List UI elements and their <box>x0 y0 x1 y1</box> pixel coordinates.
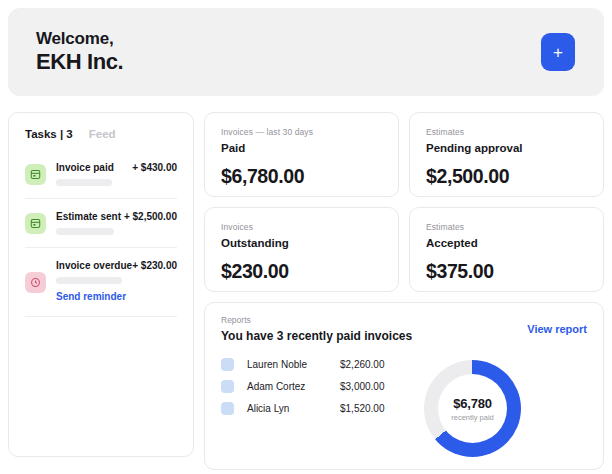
invoice-list-item[interactable]: Lauren Noble $2,260.00 <box>221 358 401 371</box>
task-title: Invoice paid <box>56 162 114 173</box>
task-body: Invoice overdue + $230.00 Send reminder <box>56 260 177 304</box>
reports-titles: Reports You have 3 recently paid invoice… <box>221 315 412 343</box>
metric-amount: $6,780.00 <box>221 165 382 188</box>
task-amount: + $430.00 <box>132 162 177 173</box>
add-new-button[interactable]: + <box>541 33 575 71</box>
task-amount: + $2,500.00 <box>124 211 177 222</box>
plus-icon: + <box>553 44 563 61</box>
invoice-payer-name: Adam Cortez <box>247 381 340 392</box>
metric-amount: $375.00 <box>426 260 587 283</box>
invoice-amount: $3,000.00 <box>340 381 385 392</box>
task-row-invoice-paid[interactable]: Invoice paid + $430.00 <box>25 153 177 195</box>
donut-center-caption: recently paid <box>451 413 494 422</box>
skeleton-bar <box>56 228 114 235</box>
metric-cards-row-2: Invoices Outstanding $230.00 Estimates A… <box>204 207 604 292</box>
avatar <box>221 380 234 393</box>
invoice-amount: $1,520.00 <box>340 403 385 414</box>
donut-chart-wrap: $6,780 recently paid <box>424 360 521 457</box>
tab-tasks[interactable]: Tasks | 3 <box>25 128 73 140</box>
document-icon <box>25 164 46 185</box>
metric-category: Invoices <box>221 222 382 232</box>
metric-card-paid[interactable]: Invoices — last 30 days Paid $6,780.00 <box>204 112 399 197</box>
metric-amount: $2,500.00 <box>426 165 587 188</box>
donut-center: $6,780 recently paid <box>438 374 507 443</box>
reports-heading: You have 3 recently paid invoices <box>221 329 412 343</box>
send-reminder-link[interactable]: Send reminder <box>56 291 126 302</box>
donut-center-value: $6,780 <box>453 396 492 411</box>
task-body: Estimate sent + $2,500.00 <box>56 211 177 235</box>
metric-cards-row-1: Invoices — last 30 days Paid $6,780.00 E… <box>204 112 604 197</box>
invoice-list-item[interactable]: Alicia Lyn $1,520.00 <box>221 402 401 415</box>
greeting-text: Welcome, <box>36 28 123 49</box>
clock-icon <box>25 272 46 293</box>
divider <box>25 316 177 317</box>
main-content: Tasks | 3 Feed Invoice paid + $430.00 <box>8 112 604 470</box>
metric-card-outstanding[interactable]: Invoices Outstanding $230.00 <box>204 207 399 292</box>
document-icon <box>25 213 46 234</box>
reports-card: Reports You have 3 recently paid invoice… <box>204 302 604 470</box>
divider <box>25 198 177 199</box>
reports-header: Reports You have 3 recently paid invoice… <box>221 315 587 343</box>
metric-title: Paid <box>221 142 382 154</box>
tab-feed[interactable]: Feed <box>89 128 116 140</box>
metric-category: Estimates <box>426 127 587 137</box>
task-title: Estimate sent <box>56 211 121 222</box>
metric-title: Accepted <box>426 237 587 249</box>
avatar <box>221 402 234 415</box>
right-column: Invoices — last 30 days Paid $6,780.00 E… <box>204 112 604 470</box>
task-row-estimate-sent[interactable]: Estimate sent + $2,500.00 <box>25 202 177 244</box>
invoice-amount: $2,260.00 <box>340 359 385 370</box>
invoice-payer-name: Lauren Noble <box>247 359 340 370</box>
tasks-panel: Tasks | 3 Feed Invoice paid + $430.00 <box>8 112 194 457</box>
dashboard-page: Welcome, EKH Inc. + Tasks | 3 Feed <box>0 0 612 474</box>
metric-category: Invoices — last 30 days <box>221 127 382 137</box>
task-amount: + $230.00 <box>132 260 177 271</box>
avatar <box>221 358 234 371</box>
recently-paid-donut-chart: $6,780 recently paid <box>424 360 521 457</box>
skeleton-bar <box>56 179 112 186</box>
welcome-banner: Welcome, EKH Inc. + <box>8 8 604 96</box>
metric-card-accepted[interactable]: Estimates Accepted $375.00 <box>409 207 604 292</box>
metric-title: Outstanding <box>221 237 382 249</box>
task-title: Invoice overdue <box>56 260 132 271</box>
metric-amount: $230.00 <box>221 260 382 283</box>
metric-title: Pending approval <box>426 142 587 154</box>
skeleton-bar <box>56 277 122 284</box>
invoice-payer-name: Alicia Lyn <box>247 403 340 414</box>
task-row-invoice-overdue[interactable]: Invoice overdue + $230.00 Send reminder <box>25 251 177 313</box>
reports-label: Reports <box>221 315 412 325</box>
metric-card-pending-approval[interactable]: Estimates Pending approval $2,500.00 <box>409 112 604 197</box>
reports-body: Lauren Noble $2,260.00 Adam Cortez $3,00… <box>221 358 587 457</box>
invoice-list-item[interactable]: Adam Cortez $3,000.00 <box>221 380 401 393</box>
tasks-tabs: Tasks | 3 Feed <box>25 128 177 140</box>
divider <box>25 247 177 248</box>
task-body: Invoice paid + $430.00 <box>56 162 177 186</box>
welcome-text: Welcome, EKH Inc. <box>36 28 123 76</box>
recently-paid-invoice-list: Lauren Noble $2,260.00 Adam Cortez $3,00… <box>221 358 401 457</box>
company-name: EKH Inc. <box>36 49 123 75</box>
view-report-link[interactable]: View report <box>527 323 587 335</box>
metric-category: Estimates <box>426 222 587 232</box>
